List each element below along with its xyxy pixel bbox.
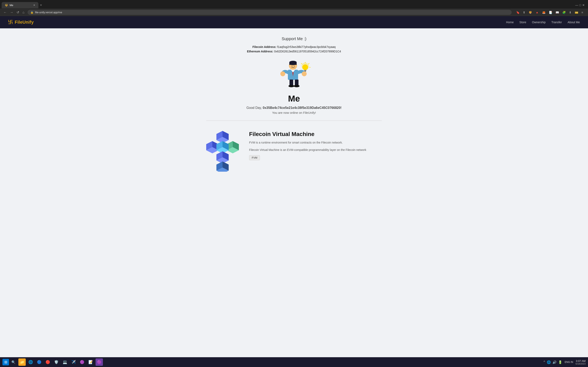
svg-point-21: [288, 85, 294, 87]
url-box[interactable]: 🔒 file-unify.vercel.app/me: [27, 10, 512, 15]
tab-favicon: 🔱: [5, 4, 8, 7]
me-title: Me: [206, 94, 382, 104]
back-button[interactable]: ←: [2, 10, 8, 15]
active-tab[interactable]: 🔱 Me ✕: [2, 2, 38, 8]
svg-rect-20: [295, 80, 298, 86]
nav-buttons: ← → ↺ ⌂: [2, 10, 26, 15]
nav-links: Home Store Ownership Transfer About Me: [506, 21, 580, 24]
tab-title: Me: [9, 4, 13, 7]
fvm-desc1: FVM is a runtime environment for smart c…: [249, 140, 382, 145]
browser-chrome: 🔱 Me ✕ + — □ ✕ ← → ↺ ⌂ 🔒 file-unify.verc…: [0, 0, 588, 16]
extensions-icon[interactable]: 🧩: [562, 10, 567, 15]
forward-button[interactable]: →: [9, 10, 14, 15]
nav-ownership[interactable]: Ownership: [532, 21, 546, 24]
logo-icon: 卐: [8, 19, 13, 25]
ethereum-address: 0x62D02613ed56119705165942cc724f207899D1…: [274, 50, 341, 53]
navbar: 卐 FileUnify Home Store Ownership Transfe…: [0, 16, 588, 28]
brand-name: FileUnify: [15, 20, 34, 25]
fvm-title: Filecoin Virtual Machine: [249, 131, 382, 137]
svg-rect-12: [294, 66, 295, 67]
filecoin-address-line: Filecoin Address: f1aq5sg2r53ws3tlki77ph…: [206, 45, 382, 49]
close-button[interactable]: ✕: [582, 3, 585, 7]
nav-store[interactable]: Store: [519, 21, 526, 24]
bookmark-icon[interactable]: 🔖: [515, 10, 520, 15]
brave-icon[interactable]: 🦁: [528, 10, 533, 15]
fvm-illustration: [206, 131, 239, 173]
wallet-icon[interactable]: 💳: [574, 10, 579, 15]
section-divider: [206, 120, 382, 121]
nav-home[interactable]: Home: [506, 21, 514, 24]
minimize-button[interactable]: —: [575, 3, 578, 7]
svg-point-18: [302, 71, 307, 76]
bat-icon[interactable]: 🔺: [535, 10, 540, 15]
svg-rect-11: [292, 66, 292, 67]
svg-point-1: [302, 64, 308, 70]
lock-icon: 🔒: [30, 11, 34, 14]
online-text: You are now online on FileUnify!: [206, 111, 382, 114]
fvm-section: Filecoin Virtual Machine FVM is a runtim…: [206, 127, 382, 176]
brand: 卐 FileUnify: [8, 19, 34, 25]
maximize-button[interactable]: □: [579, 3, 581, 7]
filecoin-address: f1aq5sg2r53ws3tlki77phxdjwac3pcblsk7syaa…: [277, 45, 336, 49]
download-icon[interactable]: ⬇: [568, 10, 572, 15]
fox-icon[interactable]: 🦊: [541, 10, 546, 15]
webpage: 卐 FileUnify Home Store Ownership Transfe…: [0, 16, 588, 185]
svg-line-6: [301, 63, 302, 64]
filecoin-label: Filecoin Address:: [252, 45, 276, 49]
svg-point-17: [280, 71, 285, 76]
home-button[interactable]: ⌂: [21, 10, 26, 15]
nav-about-me[interactable]: About Me: [568, 21, 580, 24]
ethereum-label: Ethereum Address:: [247, 50, 273, 53]
greeting-text: Good Day, 0x35Be4c74ce5e21e4c38f5e319Da6…: [206, 106, 382, 110]
fvm-info: Filecoin Virtual Machine FVM is a runtim…: [249, 131, 382, 160]
menu-icon[interactable]: ≡: [581, 10, 584, 15]
reader-icon[interactable]: 📖: [555, 10, 560, 15]
screenshot-icon[interactable]: ⬆: [522, 10, 526, 15]
main-content: Support Me :) Filecoin Address: f1aq5sg2…: [202, 28, 386, 185]
person-illustration: [274, 57, 314, 90]
greeting-address: 0x35Be4c74ce5e21e4c38f5e319Da6eC45C07668…: [263, 106, 342, 109]
fvm-desc2: Filecoin Virtual Machine is an EVM-compa…: [249, 148, 382, 152]
refresh-button[interactable]: ↺: [16, 10, 20, 15]
fvm-badge: FVM: [249, 155, 260, 160]
nav-transfer[interactable]: Transfer: [551, 21, 562, 24]
tab-close-button[interactable]: ✕: [33, 4, 35, 7]
address-bar: ← → ↺ ⌂ 🔒 file-unify.vercel.app/me 🔖 ⬆ 🦁…: [0, 8, 588, 16]
browser-actions: 🔖 ⬆ 🦁 🔺 🦊 📑 📖 🧩 ⬇ 💳 ≡: [514, 10, 586, 15]
new-tab-button[interactable]: +: [38, 2, 43, 8]
url-text: file-unify.vercel.app/me: [35, 11, 62, 14]
svg-line-5: [308, 63, 309, 64]
support-title: Support Me :): [206, 36, 382, 41]
svg-rect-10: [289, 62, 297, 65]
svg-point-22: [294, 85, 300, 87]
ethereum-address-line: Ethereum Address: 0x62D02613ed5611970516…: [206, 50, 382, 53]
bookmark-manager-icon[interactable]: 📑: [548, 10, 553, 15]
tab-bar: 🔱 Me ✕ + — □ ✕: [0, 0, 588, 8]
address-info: Filecoin Address: f1aq5sg2r53ws3tlki77ph…: [206, 45, 382, 53]
svg-rect-19: [290, 80, 293, 86]
greeting-prefix: Good Day,: [246, 106, 262, 109]
